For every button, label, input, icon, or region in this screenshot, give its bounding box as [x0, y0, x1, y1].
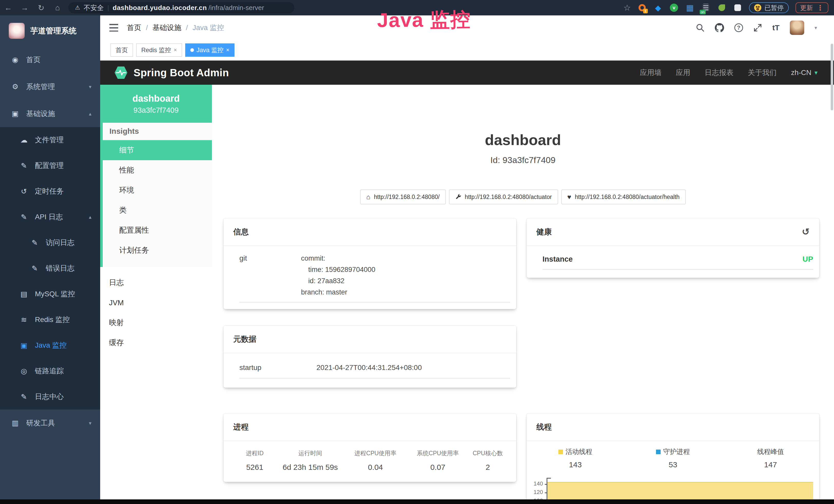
scrollbar-thumb[interactable] [831, 44, 833, 110]
service-url-chip[interactable]: ⌂ http://192.168.0.2:48080/ [360, 189, 446, 204]
paused-label: 已暂停 [764, 4, 784, 12]
sidebar-item-home[interactable]: ◉ 首页 [0, 46, 100, 73]
v-letter-icon: v [670, 4, 678, 12]
sidebar-item-infra[interactable]: ▣ 基础设施 ▴ [0, 100, 100, 127]
extension-leaf-icon[interactable] [717, 3, 726, 12]
tab-java-monitor[interactable]: Java 监控 × [185, 43, 235, 57]
github-icon[interactable] [715, 23, 724, 32]
update-browser-button[interactable]: 更新 ⋮ [795, 2, 828, 13]
peak-threads-value: 147 [764, 460, 777, 469]
forward-icon[interactable]: → [17, 3, 33, 12]
threads-card: 线程 活动线程 143 守护 [527, 413, 819, 504]
sidebar-item-label: MySQL 监控 [35, 289, 75, 299]
annotation-overlay: Java 监控 [377, 6, 471, 34]
extension-vue-icon[interactable]: v [670, 3, 679, 12]
sidebar-item-java-monitor[interactable]: ▣ Java 监控 [0, 333, 100, 358]
instance-name: dashboard [132, 93, 179, 104]
sidebar-item-dev-tools[interactable]: ▥ 研发工具 ▾ [0, 410, 100, 436]
sidebar-item-file-manage[interactable]: ☁ 文件管理 [0, 127, 100, 153]
wrench-icon [455, 194, 461, 200]
process-col-header: 系统CPU使用率 [409, 449, 467, 457]
sidebar-item-label: Java 监控 [35, 340, 67, 350]
puzzle-icon [734, 4, 741, 11]
sidebar-item-system[interactable]: ⚙ 系统管理 ▾ [0, 73, 100, 100]
sidebar-item-log-center[interactable]: ✎ 日志中心 [0, 384, 100, 410]
app-logo-row[interactable]: 芋道管理系统 [0, 16, 100, 46]
avatar-caret-icon[interactable]: ▾ [814, 25, 817, 31]
leaf-icon [719, 4, 725, 11]
sidebar-item-error-logs[interactable]: ✎ 错误日志 [0, 255, 100, 281]
extension-pin-icon[interactable]: ◆ [654, 3, 663, 12]
sidebar-item-api-logs[interactable]: ✎ API 日志 ▴ [0, 204, 100, 230]
sidebar-item-tracing[interactable]: ◎ 链路追踪 [0, 358, 100, 384]
metadata-startup-row: startup 2021-04-27T00:44:31.254+08:00 [223, 353, 516, 372]
search-icon[interactable] [696, 23, 705, 32]
tab-label: 首页 [115, 46, 128, 54]
sidebar-item-config-manage[interactable]: ✎ 配置管理 [0, 153, 100, 179]
back-icon[interactable]: ← [0, 3, 17, 12]
sba-nav-about[interactable]: 关于我们 [748, 68, 777, 77]
sba-menu-environment[interactable]: 环境 [103, 180, 212, 200]
info-card-title: 信息 [233, 227, 249, 237]
extension-onetab-icon[interactable]: on [701, 3, 710, 12]
tab-label: Redis 监控 [141, 46, 171, 54]
git-commit-label: commit: [301, 253, 510, 264]
sba-menu-mappings[interactable]: 映射 [100, 313, 212, 333]
tab-home[interactable]: 首页 [110, 43, 133, 57]
hamburger-icon[interactable] [109, 24, 118, 31]
address-bar[interactable]: ⚠ 不安全 | dashboard.yudao.iocoder.cn /infr… [68, 2, 294, 13]
tab-redis-monitor[interactable]: Redis 监控 × [136, 43, 182, 57]
sidebar-item-scheduled-tasks[interactable]: ↺ 定时任务 [0, 179, 100, 204]
sba-nav-applications[interactable]: 应用 [676, 68, 690, 77]
sidebar-item-label: 日志中心 [35, 392, 64, 402]
emoji-face-icon [754, 4, 761, 11]
sba-menu-jvm[interactable]: JVM [100, 293, 212, 313]
threads-legend: 活动线程 143 守护进程 53 [527, 447, 819, 469]
extension-colorzilla-icon[interactable]: 1 [637, 3, 647, 12]
sba-menu-details[interactable]: 细节 [100, 140, 212, 160]
extension-grid-icon[interactable]: ▦ [685, 3, 695, 12]
kebab-menu-icon[interactable]: ⋮ [816, 4, 824, 12]
paused-extension-pill[interactable]: 已暂停 [749, 2, 789, 13]
insights-section-label: Insights [103, 123, 212, 140]
cpu-cores: 2 [467, 463, 509, 472]
metadata-key: startup [239, 364, 316, 372]
actuator-url-chip[interactable]: http://192.168.0.2:48080/actuator [449, 189, 558, 204]
help-icon[interactable]: ? [734, 23, 743, 32]
health-url-chip[interactable]: ♥ http://192.168.0.2:48080/actuator/heal… [561, 189, 686, 204]
sba-menu-metrics[interactable]: 性能 [103, 160, 212, 180]
breadcrumb-infra[interactable]: 基础设施 [153, 23, 181, 32]
sba-sidebar: dashboard 93a3fc7f7409 Insights 细节 性能 环境… [100, 85, 212, 504]
sidebar-item-redis-monitor[interactable]: ≋ Redis 监控 [0, 307, 100, 333]
breadcrumb-home[interactable]: 首页 [127, 23, 141, 32]
warning-icon: ⚠ [75, 4, 80, 11]
insights-menu-group: Insights 细节 性能 环境 类 配置属性 计划任务 [100, 123, 212, 267]
gear-icon: ⚙ [11, 83, 20, 91]
reload-icon[interactable]: ↻ [33, 3, 49, 12]
live-threads-value: 143 [569, 460, 582, 469]
fullscreen-icon[interactable] [753, 23, 762, 32]
info-key: git [239, 253, 301, 262]
table-icon: ▤ [20, 290, 28, 298]
sidebar-item-access-logs[interactable]: ✎ 访问日志 [0, 230, 100, 255]
font-size-icon[interactable]: tT [772, 23, 780, 32]
health-history-icon[interactable]: ↺ [802, 226, 810, 237]
sba-nav-journal[interactable]: 日志报表 [705, 68, 733, 77]
chevron-down-icon: ▾ [89, 420, 91, 426]
bookmark-star-icon[interactable]: ☆ [623, 3, 631, 13]
sidebar-item-mysql-monitor[interactable]: ▤ MySQL 监控 [0, 281, 100, 307]
sba-menu-config-props[interactable]: 配置属性 [103, 220, 212, 240]
sba-language-select[interactable]: zh-CN ▾ [791, 69, 817, 77]
user-avatar[interactable] [790, 21, 804, 35]
browser-home-icon[interactable]: ⌂ [49, 3, 66, 12]
sba-menu-scheduled-tasks[interactable]: 计划任务 [103, 240, 212, 260]
sba-brand[interactable]: Spring Boot Admin [114, 65, 229, 81]
extension-puzzle-icon[interactable] [733, 3, 742, 12]
sba-instance-header[interactable]: dashboard 93a3fc7f7409 [100, 85, 212, 123]
sba-menu-logs[interactable]: 日志 [100, 273, 212, 293]
sba-menu-caches[interactable]: 缓存 [100, 333, 212, 353]
close-icon[interactable]: × [174, 47, 177, 53]
sba-menu-classes[interactable]: 类 [103, 200, 212, 220]
close-icon[interactable]: × [226, 47, 229, 53]
sba-nav-wallboard[interactable]: 应用墙 [640, 68, 662, 77]
